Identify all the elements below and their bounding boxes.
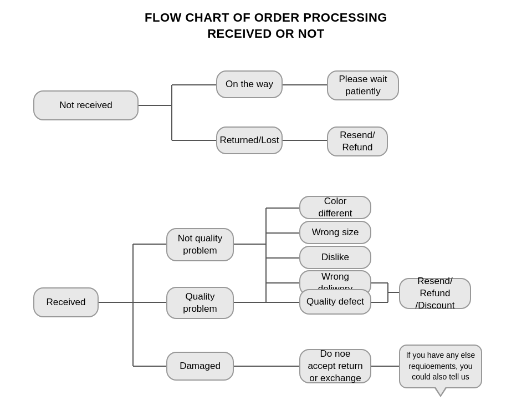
returned-lost-node: Returned/Lost (216, 126, 283, 154)
page-title: FLOW CHART OF ORDER PROCESSING RECEIVED … (0, 0, 532, 47)
quality-problem-node: Quality problem (166, 287, 234, 319)
resend-refund-discount-node: Resend/ Refund /Discount (399, 278, 471, 309)
do-not-accept-node: Do noe accept return or exchange (299, 349, 371, 383)
speech-bubble-node: If you have any else requioements, you c… (399, 345, 482, 388)
color-different-node: Color different (299, 196, 371, 219)
not-received-node: Not received (33, 90, 139, 120)
resend-refund-top-node: Resend/ Refund (327, 126, 388, 156)
not-quality-problem-node: Not quality problem (166, 228, 234, 261)
received-node: Received (33, 287, 99, 317)
wrong-size-node: Wrong size (299, 221, 371, 244)
dislike-node: Dislike (299, 246, 371, 269)
on-the-way-node: On the way (216, 70, 283, 98)
damaged-node: Damaged (166, 352, 234, 381)
please-wait-node: Please wait patiently (327, 70, 399, 100)
quality-defect-node: Quality defect (299, 289, 371, 315)
